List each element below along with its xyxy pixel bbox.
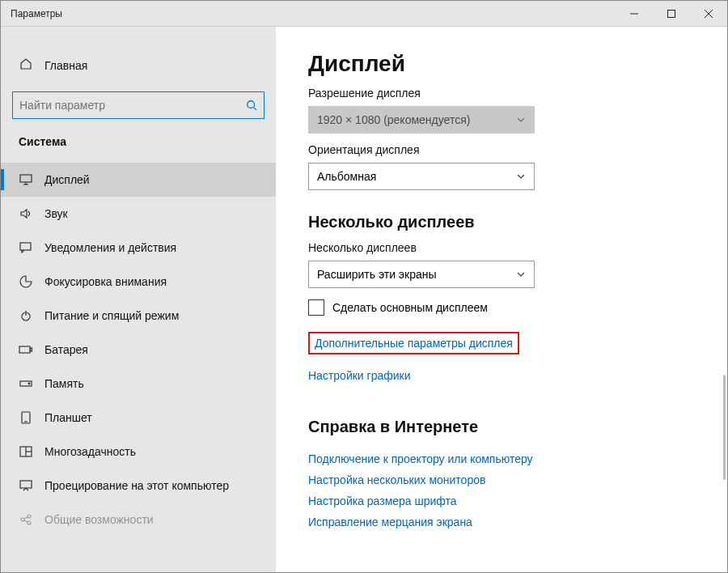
- svg-line-26: [24, 520, 28, 522]
- sidebar-item-battery[interactable]: Батарея: [1, 333, 276, 367]
- chevron-down-icon: [516, 172, 526, 181]
- multi-label: Несколько дисплеев: [308, 241, 695, 254]
- help-link-fontsize[interactable]: Настройка размера шрифта: [308, 494, 695, 507]
- svg-rect-6: [20, 175, 32, 182]
- window-controls: [616, 1, 727, 26]
- help-heading: Справка в Интернете: [308, 418, 695, 436]
- sidebar-item-sound[interactable]: Звук: [1, 197, 276, 231]
- nav-list: Дисплей Звук Уведомления и действия Фоку…: [1, 163, 276, 537]
- category-label: Система: [9, 135, 268, 163]
- sidebar-item-focus[interactable]: Фокусировка внимания: [1, 265, 276, 299]
- sidebar-item-label: Многозадачность: [44, 445, 136, 458]
- multi-dropdown[interactable]: Расширить эти экраны: [308, 261, 535, 288]
- search-input[interactable]: [19, 99, 246, 112]
- svg-point-24: [28, 521, 31, 524]
- shared-icon: [19, 514, 33, 525]
- sidebar-item-storage[interactable]: Память: [1, 367, 276, 401]
- primary-display-checkbox[interactable]: [308, 299, 324, 316]
- resolution-value: 1920 × 1080 (рекомендуется): [317, 113, 470, 126]
- power-icon: [19, 309, 33, 322]
- svg-point-4: [248, 101, 255, 108]
- sidebar-item-label: Звук: [44, 207, 68, 220]
- sidebar-item-projecting[interactable]: Проецирование на этот компьютер: [1, 469, 276, 503]
- multitask-icon: [19, 446, 33, 457]
- sidebar: Главная Система Дисплей Звук: [1, 27, 276, 572]
- home-button[interactable]: Главная: [9, 45, 268, 91]
- primary-display-label: Сделать основным дисплеем: [332, 301, 488, 314]
- main-content: Дисплей Разрешение дисплея 1920 × 1080 (…: [276, 27, 727, 572]
- search-box[interactable]: [12, 91, 265, 119]
- advanced-display-link[interactable]: Дополнительные параметры дисплея: [308, 332, 519, 354]
- svg-rect-1: [668, 10, 675, 17]
- projecting-icon: [19, 480, 33, 491]
- svg-point-15: [28, 383, 30, 384]
- multi-value: Расширить эти экраны: [317, 268, 437, 281]
- graphics-settings-link[interactable]: Настройки графики: [308, 369, 695, 382]
- orientation-dropdown[interactable]: Альбомная: [308, 163, 535, 190]
- notifications-icon: [19, 242, 33, 253]
- sidebar-item-label: Уведомления и действия: [44, 241, 176, 254]
- help-link-flicker[interactable]: Исправление мерцания экрана: [308, 516, 695, 528]
- window-title: Параметры: [1, 8, 62, 19]
- titlebar: Параметры: [1, 1, 727, 27]
- primary-display-row[interactable]: Сделать основным дисплеем: [308, 299, 695, 316]
- home-icon: [19, 57, 33, 70]
- resolution-dropdown[interactable]: 1920 × 1080 (рекомендуется): [308, 106, 535, 134]
- orientation-label: Ориентация дисплея: [308, 143, 695, 156]
- sidebar-item-label: Общие возможности: [44, 513, 154, 526]
- window-body: Главная Система Дисплей Звук: [1, 27, 727, 572]
- svg-line-25: [24, 517, 28, 519]
- focus-icon: [19, 275, 33, 288]
- sidebar-item-label: Дисплей: [44, 173, 90, 186]
- svg-line-5: [254, 108, 257, 111]
- sidebar-item-label: Планшет: [44, 411, 92, 424]
- sidebar-item-shared[interactable]: Общие возможности: [1, 503, 276, 537]
- sidebar-item-label: Батарея: [44, 343, 88, 356]
- maximize-button[interactable]: [653, 1, 690, 26]
- multi-heading: Несколько дисплеев: [308, 213, 695, 231]
- home-label: Главная: [44, 59, 87, 72]
- sound-icon: [19, 208, 33, 219]
- svg-rect-12: [19, 346, 30, 353]
- orientation-value: Альбомная: [317, 170, 376, 183]
- sidebar-item-multitask[interactable]: Многозадачность: [1, 435, 276, 469]
- sidebar-item-label: Проецирование на этот компьютер: [44, 479, 229, 492]
- battery-icon: [19, 345, 33, 354]
- svg-point-23: [28, 515, 31, 518]
- page-title: Дисплей: [308, 51, 695, 77]
- chevron-down-icon: [516, 115, 526, 125]
- close-button[interactable]: [690, 1, 727, 26]
- help-links: Подключение к проектору или компьютеру Н…: [308, 452, 695, 528]
- search-icon: [246, 100, 257, 111]
- help-link-monitors[interactable]: Настройка нескольких мониторов: [308, 473, 695, 486]
- sidebar-item-notifications[interactable]: Уведомления и действия: [1, 231, 276, 265]
- sidebar-item-label: Память: [44, 377, 84, 390]
- svg-rect-13: [31, 348, 32, 351]
- help-link-projector[interactable]: Подключение к проектору или компьютеру: [308, 452, 695, 465]
- scrollbar-thumb[interactable]: [723, 375, 726, 480]
- svg-point-22: [21, 518, 24, 521]
- tablet-icon: [19, 411, 33, 424]
- resolution-label: Разрешение дисплея: [308, 87, 695, 100]
- sidebar-item-label: Фокусировка внимания: [44, 275, 167, 288]
- storage-icon: [19, 379, 33, 388]
- settings-window: Параметры Главная Система: [0, 0, 728, 573]
- chevron-down-icon: [516, 270, 526, 279]
- display-icon: [19, 174, 33, 185]
- sidebar-item-tablet[interactable]: Планшет: [1, 401, 276, 435]
- sidebar-item-power[interactable]: Питание и спящий режим: [1, 299, 276, 333]
- svg-rect-21: [20, 481, 32, 488]
- sidebar-item-label: Питание и спящий режим: [44, 309, 179, 322]
- minimize-button[interactable]: [616, 1, 653, 26]
- svg-rect-9: [20, 243, 31, 250]
- sidebar-item-display[interactable]: Дисплей: [1, 163, 276, 197]
